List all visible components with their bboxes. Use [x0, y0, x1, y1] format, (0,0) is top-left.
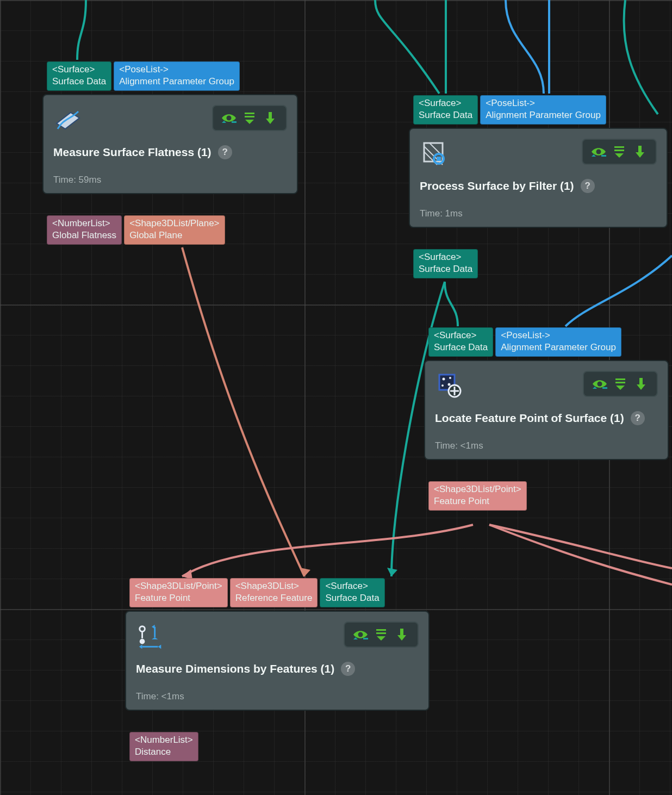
port-type: <Shape3DList/Plane> — [129, 218, 219, 229]
svg-point-4 — [227, 116, 232, 121]
port-label: Global Plane — [129, 229, 219, 241]
node-toolbar — [583, 371, 658, 397]
port-type: <Surface> — [52, 64, 106, 76]
node-toolbar — [212, 105, 287, 131]
node-toolbar — [582, 139, 657, 165]
node-title: Measure Surface Flatness (1) ? — [53, 145, 287, 159]
svg-point-40 — [140, 639, 145, 644]
node-graph-canvas[interactable]: <Surface> Surface Data <PoseList-> Align… — [0, 0, 672, 795]
port-distance[interactable]: <NumberList> Distance — [129, 732, 198, 761]
visibility-toggle-button[interactable] — [350, 626, 371, 643]
port-label: Alignment Parameter Group — [486, 109, 601, 121]
node-toolbar — [344, 622, 419, 648]
expand-stack-button[interactable] — [610, 375, 631, 393]
port-global-plane[interactable]: <Shape3DList/Plane> Global Plane — [124, 215, 225, 245]
port-feature-point[interactable]: <Shape3DList/Point> Feature Point — [428, 481, 527, 511]
expand-stack-button[interactable] — [239, 109, 260, 127]
flatness-node-icon — [53, 105, 83, 134]
visibility-toggle-button[interactable] — [588, 143, 609, 160]
node-measure-surface-flatness[interactable]: Measure Surface Flatness (1) ? Time: 59m… — [42, 94, 298, 194]
svg-marker-52 — [377, 636, 385, 641]
svg-point-27 — [441, 384, 444, 387]
svg-rect-34 — [615, 378, 625, 380]
port-type: <PoseList-> — [119, 64, 234, 76]
run-down-button[interactable] — [630, 143, 650, 160]
svg-rect-35 — [615, 382, 625, 383]
port-global-flatness[interactable]: <NumberList> Global Flatness — [47, 215, 122, 245]
help-icon[interactable]: ? — [341, 662, 355, 676]
node-time-label: Time: <1ms — [136, 691, 419, 702]
svg-rect-22 — [638, 146, 642, 152]
port-type: <PoseList-> — [501, 330, 616, 341]
node-title: Locate Feature Point of Surface (1) ? — [435, 411, 658, 425]
run-down-button[interactable] — [260, 109, 281, 127]
filter-output-ports: <Surface> Surface Data — [413, 249, 478, 278]
visibility-toggle-button[interactable] — [589, 375, 610, 393]
svg-marker-36 — [616, 386, 625, 390]
expand-stack-button[interactable] — [609, 143, 630, 160]
locate-node-icon — [435, 371, 464, 400]
port-label: Alignment Parameter Group — [119, 76, 234, 88]
port-surface-data[interactable]: <Surface> Surface Data — [428, 327, 493, 357]
port-surface-data[interactable]: <Surface> Surface Data — [320, 578, 384, 607]
node-time-label: Time: 59ms — [53, 175, 287, 185]
svg-rect-53 — [400, 629, 403, 635]
port-label: Reference Feature — [235, 592, 313, 604]
port-label: Feature Point — [135, 592, 222, 604]
node-title-text: Process Surface by Filter (1) — [420, 179, 574, 192]
port-surface-data[interactable]: <Surface> Surface Data — [413, 95, 478, 125]
port-label: Surface Data — [325, 592, 379, 604]
node-title-text: Measure Surface Flatness (1) — [53, 146, 211, 159]
node-time-label: Time: 1ms — [420, 208, 657, 219]
svg-rect-20 — [614, 150, 624, 151]
svg-rect-9 — [269, 112, 272, 119]
port-type: <Surface> — [419, 97, 472, 109]
svg-marker-0 — [300, 568, 310, 576]
node-measure-dimensions[interactable]: Measure Dimensions by Features (1) ? Tim… — [125, 611, 430, 711]
svg-point-28 — [448, 383, 451, 386]
svg-marker-45 — [139, 644, 142, 649]
port-type: <Shape3DList> — [235, 580, 313, 592]
node-time-label: Time: <1ms — [435, 440, 658, 451]
port-pose-list[interactable]: <PoseList-> Alignment Parameter Group — [495, 327, 621, 357]
svg-point-25 — [443, 378, 445, 381]
port-reference-feature[interactable]: <Shape3DList> Reference Feature — [230, 578, 318, 607]
port-label: Surface Data — [434, 341, 488, 353]
run-down-button[interactable] — [391, 626, 412, 643]
svg-rect-19 — [614, 146, 624, 148]
expand-stack-button[interactable] — [371, 626, 391, 643]
locate-input-ports: <Surface> Surface Data <PoseList-> Align… — [428, 327, 621, 357]
port-pose-list[interactable]: <PoseList-> Alignment Parameter Group — [114, 61, 240, 91]
port-surface-data[interactable]: <Surface> Surface Data — [47, 61, 111, 91]
help-icon[interactable]: ? — [581, 179, 595, 193]
svg-rect-16 — [437, 157, 441, 161]
svg-marker-1 — [387, 568, 397, 576]
svg-rect-50 — [376, 629, 386, 631]
port-label: Distance — [135, 746, 193, 758]
port-pose-list[interactable]: <PoseList-> Alignment Parameter Group — [480, 95, 606, 125]
node-process-surface-filter[interactable]: Process Surface by Filter (1) ? Time: 1m… — [409, 128, 668, 228]
svg-rect-49 — [363, 638, 368, 639]
port-feature-point[interactable]: <Shape3DList/Point> Feature Point — [129, 578, 228, 607]
run-down-button[interactable] — [631, 375, 651, 393]
help-icon[interactable]: ? — [631, 411, 645, 425]
dims-output-ports: <NumberList> Distance — [129, 732, 198, 761]
port-type: <Shape3DList/Point> — [135, 580, 222, 592]
port-label: Surface Data — [419, 109, 472, 121]
filter-input-ports: <Surface> Surface Data <PoseList-> Align… — [413, 95, 606, 125]
node-title-text: Locate Feature Point of Surface (1) — [435, 412, 624, 425]
help-icon[interactable]: ? — [218, 145, 232, 159]
dims-input-ports: <Shape3DList/Point> Feature Point <Shape… — [129, 578, 385, 607]
visibility-toggle-button[interactable] — [219, 109, 239, 127]
node-locate-feature-point[interactable]: Locate Feature Point of Surface (1) ? Ti… — [424, 360, 669, 460]
svg-point-48 — [358, 632, 363, 637]
port-surface-data[interactable]: <Surface> Surface Data — [413, 249, 478, 278]
svg-point-39 — [140, 626, 145, 632]
svg-rect-18 — [601, 155, 606, 157]
port-type: <NumberList> — [52, 218, 116, 229]
node-title: Measure Dimensions by Features (1) ? — [136, 662, 419, 676]
svg-rect-7 — [245, 116, 254, 117]
flatness-input-ports: <Surface> Surface Data <PoseList-> Align… — [47, 61, 240, 91]
port-label: Surface Data — [52, 76, 106, 88]
svg-marker-21 — [615, 153, 624, 158]
